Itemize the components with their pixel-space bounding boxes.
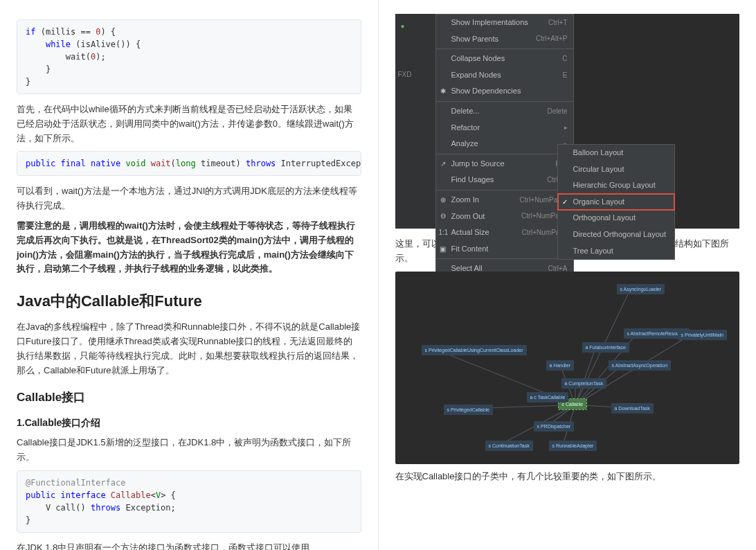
diagram-node: a CompletionTask — [561, 378, 607, 389]
toolbar-icon: FXD — [398, 69, 408, 79]
menu-item[interactable]: Show ImplementationsCtrl+T — [436, 15, 573, 31]
menu-item[interactable]: 1:1Actual SizeCtrl+NumPad / — [436, 224, 573, 241]
context-menu-screenshot: ● FXD Show ImplementationsCtrl+TShow Par… — [395, 14, 740, 229]
check-icon: ✓ — [562, 197, 568, 208]
code-block-wait: public final native void wait(long timeo… — [17, 151, 361, 176]
diagram-node: a Handler — [546, 360, 574, 371]
menu-item[interactable]: Find UsagesCtrl+G — [436, 172, 573, 188]
submenu-item[interactable]: Directed Orthogonal Layout — [558, 227, 674, 243]
submenu-item[interactable]: Tree Layout — [558, 243, 674, 260]
menu-icon: ▣ — [439, 244, 447, 255]
para: Callable接口是JDK1.5新增的泛型接口，在JDK1.8中，被声明为函数… — [17, 436, 361, 465]
diagram-node: s RunnableAdapter — [549, 441, 597, 451]
code-block-join: if (millis == 0) { while (isAlive()) { w… — [17, 19, 361, 94]
submenu-item[interactable]: Orthogonal Layout — [558, 210, 674, 227]
heading-callable: Callable接口 — [17, 388, 361, 407]
menu-item[interactable]: ⊖Zoom OutCtrl+NumPad - — [436, 209, 573, 225]
diagram-organic: c Callable s AsyncIngoLoaders AbstractRe… — [395, 272, 740, 464]
diagram-node: a DownloadTask — [611, 403, 654, 414]
menu-item[interactable]: Analyze▸ — [436, 136, 573, 152]
para: 首先，在代码中以while循环的方式来判断当前线程是否已经启动处于活跃状态，如果… — [17, 103, 361, 145]
diagram-node: s AbstractAsyncOperation — [609, 360, 672, 371]
diagram-node: s ContinuationTask — [485, 441, 533, 451]
menu-item[interactable]: Expand NodesE — [436, 67, 573, 84]
para: 在实现Callable接口的子类中，有几个比较重要的类，如下图所示。 — [395, 470, 740, 484]
menu-item[interactable]: ↗Jump to SourceF12 — [436, 156, 573, 172]
para: 在JDK 1.8中只声明有一个方法的接口为函数式接口，函数式接口可以使用@Fun… — [17, 541, 361, 550]
diagram-node: s PrivatelyUntilMain — [678, 330, 727, 340]
diagram-node: s PrivilegedCallableUsingCurrentClassLoa… — [422, 345, 527, 355]
submenu-item[interactable]: Balloon Layout — [558, 145, 674, 161]
menu-icon: ↗ — [439, 159, 447, 170]
menu-item[interactable]: Show ParentsCtrl+Alt+P — [436, 31, 573, 48]
para: 可以看到，wait()方法是一个本地方法，通过JNI的方式调用JDK底层的方法来… — [17, 184, 361, 213]
submenu-item[interactable]: Circular Layout — [558, 161, 674, 178]
menu-item[interactable]: ▣Fit Content — [436, 241, 573, 258]
diagram-node: a c TaskCallable — [527, 392, 569, 402]
diagram-node: s PRDispatcher — [534, 421, 575, 432]
submenu-item[interactable]: ✓Organic Layout — [558, 194, 674, 211]
code-block-callable: @FunctionalInterface public interface Ca… — [17, 470, 361, 533]
menu-icon: ⊕ — [439, 195, 447, 206]
diagram-node: s PrivilegedCallable — [444, 405, 493, 415]
menu-icon: ✱ — [439, 86, 447, 97]
menu-item[interactable]: Delete...Delete — [436, 103, 573, 120]
menu-item[interactable]: Refactor▸ — [436, 120, 573, 136]
menu-item[interactable]: ⊕Zoom InCtrl+NumPad + — [436, 192, 573, 209]
menu-item[interactable]: Collapse NodesC — [436, 51, 573, 67]
heading-callable-intro: 1.Callable接口介绍 — [17, 415, 361, 430]
diagram-node: s AsyncIngoLoader — [617, 284, 665, 294]
menu-icon: 1:1 — [439, 227, 447, 238]
para: 在Java的多线程编程中，除了Thread类和Runnable接口外，不得不说的… — [17, 320, 361, 378]
menu-item[interactable]: ✱Show Dependencies — [436, 83, 573, 100]
menu-icon: ⊖ — [439, 211, 447, 222]
toolbar-icon: ● — [398, 21, 408, 30]
para-bold: 需要注意的是，调用线程的wait()方法时，会使主线程处于等待状态，等待子线程执… — [17, 219, 361, 276]
diagram-node: a FutaboxInterface — [582, 342, 629, 353]
submenu-item[interactable]: Hierarchic Group Layout — [558, 177, 674, 194]
heading-callable-future: Java中的Callable和Future — [17, 289, 361, 313]
layout-submenu[interactable]: Balloon LayoutCircular LayoutHierarchic … — [557, 144, 675, 260]
